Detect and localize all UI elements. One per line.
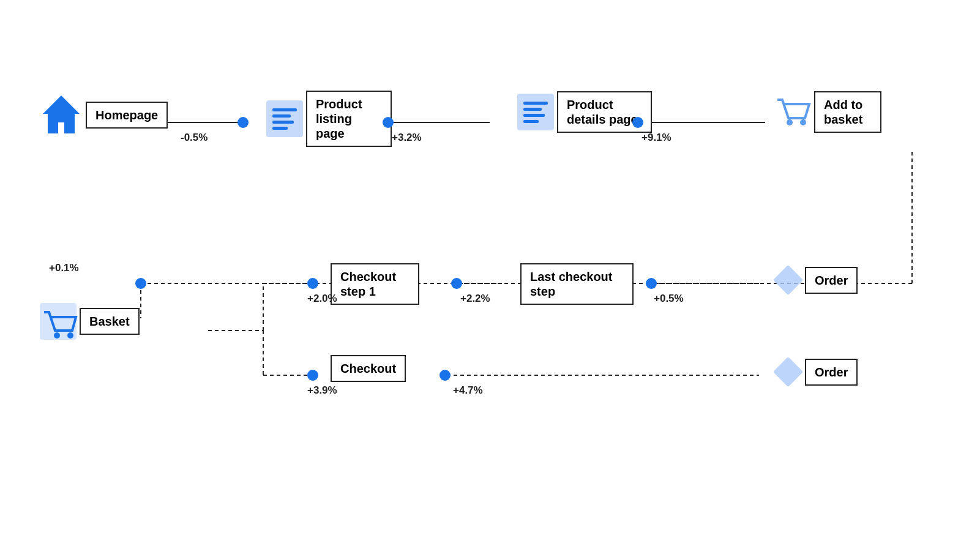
- plp-label: Productlisting page: [316, 97, 362, 140]
- homepage-box: Homepage: [86, 102, 168, 129]
- dot-homepage-plp: [238, 117, 249, 128]
- pdp-node: Productdetails page: [514, 91, 652, 133]
- svg-rect-18: [272, 114, 291, 118]
- pct-homepage-plp: -0.5%: [181, 132, 208, 144]
- pct-plp-pdp: +3.2%: [392, 132, 422, 144]
- svg-rect-20: [272, 127, 288, 130]
- checkout-node: Checkout: [331, 355, 406, 382]
- pct-before-cs1: +2.0%: [307, 293, 337, 305]
- atb-node: Add tobasket: [771, 91, 881, 133]
- order2-diamond-icon: [771, 355, 805, 389]
- svg-point-29: [54, 332, 60, 339]
- svg-marker-15: [43, 95, 80, 133]
- plp-icon: [263, 97, 306, 140]
- order2-node: Order: [771, 355, 858, 389]
- plp-box: Productlisting page: [306, 91, 392, 147]
- lcs-box: Last checkoutstep: [520, 263, 634, 305]
- checkout-label: Checkout: [340, 362, 396, 375]
- svg-rect-16: [266, 100, 303, 137]
- cs1-label: Checkoutstep 1: [340, 270, 396, 298]
- svg-rect-21: [517, 94, 554, 130]
- svg-rect-32: [773, 357, 803, 387]
- svg-rect-17: [272, 108, 297, 111]
- homepage-label: Homepage: [95, 108, 158, 122]
- svg-point-27: [800, 119, 806, 125]
- basket-label: Basket: [89, 315, 130, 328]
- basket-box: Basket: [80, 308, 140, 335]
- pct-basket-top: +0.1%: [49, 262, 79, 274]
- order1-node: Order: [771, 263, 858, 297]
- svg-rect-23: [523, 108, 542, 111]
- svg-point-26: [787, 119, 793, 125]
- plp-node: Productlisting page: [263, 91, 392, 147]
- pct-after-checkout: +4.7%: [453, 384, 483, 397]
- pct-before-checkout: +3.9%: [307, 384, 337, 397]
- order2-box: Order: [805, 359, 858, 386]
- order1-box: Order: [805, 267, 858, 294]
- basket-node: Basket: [37, 300, 140, 343]
- svg-rect-22: [523, 102, 548, 105]
- dot-before-cs1: [307, 278, 318, 289]
- order1-label: Order: [815, 274, 848, 287]
- cs1-node: Checkoutstep 1: [331, 263, 419, 305]
- diagram-container: Homepage -0.5% Productlisting page +3.2%: [0, 0, 980, 535]
- order1-diamond-icon: [771, 263, 805, 297]
- cs1-box: Checkoutstep 1: [331, 263, 419, 305]
- svg-rect-31: [773, 265, 803, 295]
- svg-rect-25: [523, 120, 539, 123]
- dot-pdp-atb: [632, 117, 643, 128]
- atb-label: Add tobasket: [824, 98, 862, 126]
- dot-after-checkout: [440, 370, 451, 381]
- dot-before-checkout: [307, 370, 318, 381]
- dot-plp-pdp: [383, 117, 394, 128]
- pdp-label: Productdetails page: [567, 98, 638, 126]
- lcs-node: Last checkoutstep: [520, 263, 634, 305]
- basket-icon: [37, 300, 80, 343]
- pct-after-cs1: +2.2%: [460, 293, 490, 305]
- home-icon: [37, 91, 86, 140]
- pdp-icon: [514, 91, 557, 133]
- checkout-box: Checkout: [331, 355, 406, 382]
- lcs-label: Last checkoutstep: [530, 270, 612, 298]
- dot-after-lcs: [646, 278, 657, 289]
- atb-box: Add tobasket: [814, 91, 881, 133]
- dot-basket-vertical: [135, 278, 146, 289]
- homepage-node: Homepage: [37, 91, 168, 140]
- svg-rect-24: [523, 114, 545, 117]
- cart-icon: [771, 91, 814, 133]
- pct-pdp-atb: +9.1%: [641, 132, 671, 144]
- dot-after-cs1: [451, 278, 462, 289]
- svg-point-30: [67, 332, 73, 339]
- svg-rect-19: [272, 121, 294, 124]
- pct-after-lcs: +0.5%: [654, 293, 684, 305]
- order2-label: Order: [815, 365, 848, 379]
